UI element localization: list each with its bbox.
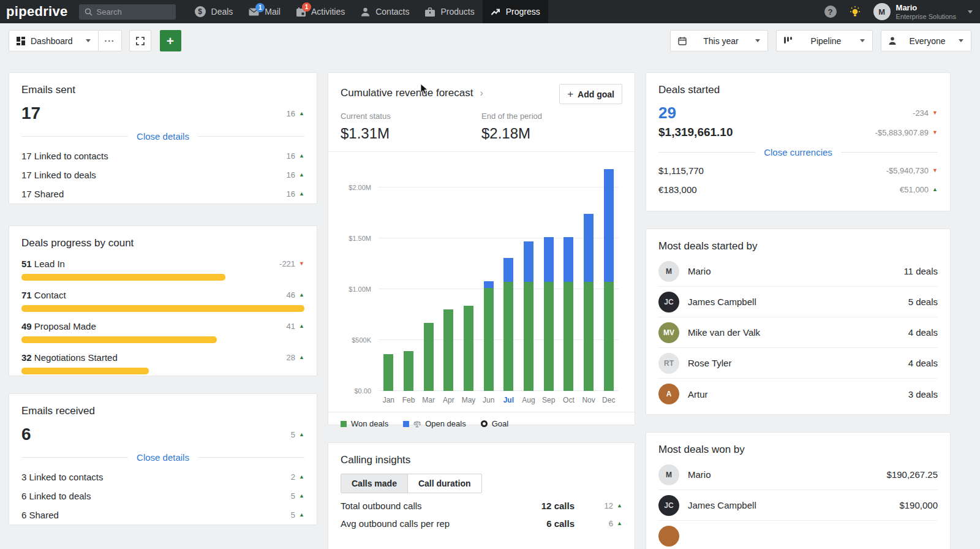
y-tick-label: $2.00M xyxy=(349,184,371,191)
top-navbar: pipedrive $ Deals 1 Mail 1 Activities Co… xyxy=(0,0,980,23)
close-currencies-link[interactable]: Close currencies xyxy=(764,147,832,157)
forecast-bar-dec[interactable] xyxy=(604,169,614,391)
currency-row: $1,115,770 -$5,940,730▼ xyxy=(658,161,938,180)
stage-delta: 28▲ xyxy=(287,353,304,362)
user-avatar: M xyxy=(873,3,891,20)
dashboard-selector[interactable]: Dashboard xyxy=(9,30,99,51)
emails-received-value: 6 xyxy=(21,425,31,444)
period-filter[interactable]: This year xyxy=(670,30,768,51)
help-icon[interactable]: ? xyxy=(824,6,837,18)
goal-ring-icon xyxy=(481,420,488,427)
nav-item-products[interactable]: Products xyxy=(417,0,482,23)
dashboard-more-button[interactable]: ··· xyxy=(99,30,122,51)
calling-rows: Total outbound calls 12 calls 12▲ Avg ou… xyxy=(341,501,622,529)
forecast-bar-nov[interactable] xyxy=(584,214,594,391)
forecast-bar-mar[interactable] xyxy=(424,323,434,391)
won-deals-segment xyxy=(424,323,434,391)
card-title: Most deals started by xyxy=(658,240,938,252)
delta-arrow-icon: ▲ xyxy=(617,521,622,526)
deals-started-amount: $1,319,661.10 xyxy=(658,126,733,139)
most-deals-won-card: Most deals won by M Mario $190,267.25 JC… xyxy=(646,432,951,549)
detail-row: 6 Shared 5▲ xyxy=(21,505,304,524)
won-deals-segment xyxy=(503,282,513,391)
forecast-bar-jun[interactable] xyxy=(484,281,494,391)
nav-item-deals[interactable]: $ Deals xyxy=(187,0,241,23)
revenue-forecast-card: Cumulative revenue forecast › + Add goal… xyxy=(328,72,635,425)
won-deals-segment xyxy=(524,282,533,391)
stage-bar xyxy=(21,336,217,343)
chevron-down-icon xyxy=(86,39,91,42)
calling-insights-card: Calling insights Calls made Call duratio… xyxy=(328,442,635,549)
forecast-bar-sep[interactable] xyxy=(544,237,554,391)
nav-item-progress[interactable]: Progress xyxy=(483,0,548,23)
end-period-label: End of the period xyxy=(481,112,622,121)
person-row: JC James Campbell 5 deals xyxy=(658,287,938,317)
forecast-bar-may[interactable] xyxy=(464,306,473,391)
delta-arrow-icon: ▲ xyxy=(299,172,304,178)
y-tick-label: $1.00M xyxy=(349,286,371,293)
card-title[interactable]: Cumulative revenue forecast xyxy=(341,87,473,99)
person-row: M Mario 11 deals xyxy=(658,256,938,287)
calling-tabs: Calls made Call duration xyxy=(341,474,482,493)
expand-icon xyxy=(136,37,145,45)
detail-delta: 16▲ xyxy=(287,170,304,180)
forecast-bar-jan[interactable] xyxy=(383,354,393,391)
person-value: 3 deals xyxy=(908,389,938,399)
card-title: Most deals won by xyxy=(658,444,938,456)
person-icon xyxy=(361,7,370,17)
delta-arrow-icon: ▲ xyxy=(299,111,304,116)
search-box[interactable] xyxy=(79,4,176,20)
currency-delta: -$5,940,730▼ xyxy=(886,166,938,175)
close-details-link[interactable]: Close details xyxy=(137,452,189,463)
card-title: Emails sent xyxy=(21,84,304,96)
search-input[interactable] xyxy=(97,7,170,17)
user-name: Mario xyxy=(896,3,956,13)
stage-label: 71 Contact xyxy=(21,290,66,300)
forecast-bar-aug[interactable] xyxy=(524,241,533,391)
lightbulb-icon[interactable] xyxy=(849,6,861,18)
x-tick-label: Feb xyxy=(399,396,419,404)
emails-received-delta: 5▲ xyxy=(291,430,304,439)
nav-item-contacts[interactable]: Contacts xyxy=(353,0,417,23)
metric-delta: 12▲ xyxy=(593,501,622,510)
detail-delta: 5▲ xyxy=(291,491,304,501)
forecast-bar-feb[interactable] xyxy=(404,351,413,391)
chevron-down-icon xyxy=(755,39,760,42)
emails-received-card: Emails received 6 5▲ Close details 3 Lin… xyxy=(9,393,317,525)
detail-label: 17 Linked to contacts xyxy=(21,151,108,161)
won-deals-segment xyxy=(383,354,393,391)
forecast-bar-apr[interactable] xyxy=(443,309,453,391)
fullscreen-button[interactable] xyxy=(129,30,151,51)
calling-metric-row: Avg outbound calls per rep 6 calls 6▲ xyxy=(341,518,622,529)
delta-arrow-icon: ▲ xyxy=(299,512,304,518)
emails-sent-delta: 16▲ xyxy=(287,109,304,118)
person-name: Mario xyxy=(688,266,895,276)
card-title: Deals progress by count xyxy=(21,237,304,249)
tab-call-duration[interactable]: Call duration xyxy=(407,474,481,493)
card-title: Calling insights xyxy=(341,454,622,466)
won-deals-swatch-icon xyxy=(341,421,347,427)
pipeline-filter[interactable]: Pipeline xyxy=(776,30,873,51)
add-goal-button[interactable]: + Add goal xyxy=(559,84,622,104)
detail-row: 3 Linked to contacts 2▲ xyxy=(21,468,304,487)
nav-item-mail[interactable]: 1 Mail xyxy=(241,0,288,23)
person-name: Mario xyxy=(688,469,878,480)
dashboard-content: Emails sent 17 16▲ Close details 17 Link… xyxy=(0,58,980,549)
forecast-bar-jul[interactable] xyxy=(503,258,513,391)
x-tick-label: Jan xyxy=(379,396,399,404)
pipedrive-logo: pipedrive xyxy=(6,0,68,23)
add-report-button[interactable]: + xyxy=(160,30,181,51)
people-filter[interactable]: Everyone xyxy=(881,30,971,51)
tab-calls-made[interactable]: Calls made xyxy=(341,474,407,493)
avatar: MV xyxy=(658,322,679,343)
grid-icon xyxy=(17,37,25,45)
forecast-bar-oct[interactable] xyxy=(564,237,573,391)
detail-delta: 2▲ xyxy=(291,472,304,482)
pipeline-stage-row: 32 Negotiations Started 28▲ xyxy=(21,352,304,374)
user-menu[interactable]: M Mario Enterprise Solutions xyxy=(873,3,973,20)
nav-item-activities[interactable]: 1 Activities xyxy=(288,0,353,23)
close-details-link[interactable]: Close details xyxy=(137,131,189,142)
open-deals-segment xyxy=(564,237,573,282)
won-deals-segment xyxy=(443,309,453,391)
deals-progress-card: Deals progress by count 51 Lead In -221▼… xyxy=(9,225,317,376)
